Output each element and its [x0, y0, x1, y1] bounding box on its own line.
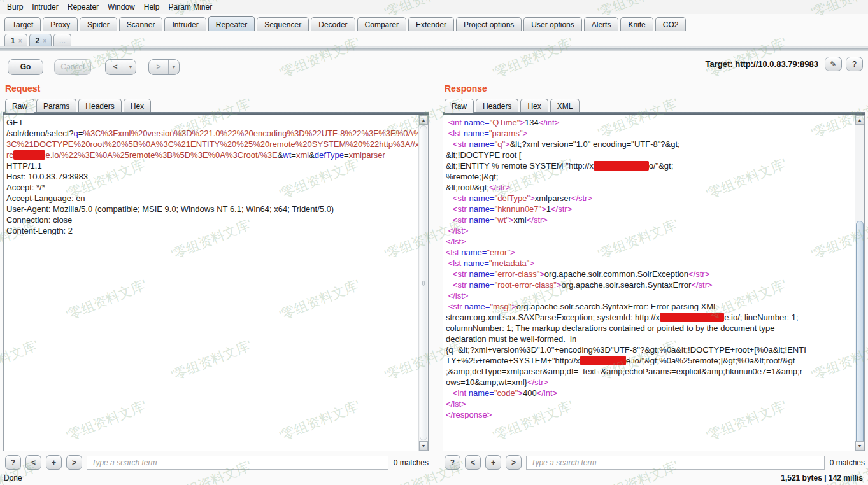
response-scrollbar[interactable]: ▲ ▼ — [855, 115, 864, 451]
response-tab-xml[interactable]: XML — [550, 99, 580, 113]
scroll-up-icon[interactable]: ▲ — [855, 115, 864, 125]
request-title: Request — [5, 83, 429, 94]
tab-alerts[interactable]: Alerts — [584, 17, 619, 31]
tab-extender[interactable]: Extender — [408, 17, 454, 31]
response-tab-hex[interactable]: Hex — [520, 99, 548, 113]
code-segment: <int — [448, 118, 462, 127]
code-segment: "q" — [495, 139, 505, 149]
search-next-button[interactable]: > — [506, 455, 522, 470]
search-prev-button[interactable]: < — [25, 455, 41, 470]
code-segment: rc — [6, 150, 13, 160]
tab-spider[interactable]: Spider — [80, 17, 117, 31]
menu-item-window[interactable]: Window — [103, 1, 139, 13]
menu-item-repeater[interactable]: Repeater — [63, 1, 103, 13]
request-tab-params[interactable]: Params — [36, 99, 76, 113]
horizontal-divider — [0, 46, 868, 51]
code-segment: ;&amp;defType=xmlparser&amp;df=_text_&am… — [446, 367, 802, 376]
code-segment: "metadata" — [489, 258, 529, 268]
code-segment: = — [344, 150, 349, 160]
tab-comparer[interactable]: Comparer — [357, 17, 406, 31]
request-tab-headers[interactable]: Headers — [78, 99, 121, 113]
search-add-button[interactable]: + — [46, 455, 62, 470]
code-segment: columnNumber: 1; The markup declarations… — [446, 323, 774, 333]
response-search-input[interactable] — [526, 456, 825, 470]
search-help-button[interactable]: ? — [5, 455, 21, 470]
target-zone: Target: http://10.0.83.79:8983 ✎ ? — [706, 57, 864, 71]
repeater-tab-1[interactable]: 1× — [4, 34, 27, 46]
request-editor[interactable]: GET/solr/demo/select?q=%3C%3Fxml%20versi… — [3, 115, 429, 451]
request-line: Connection: close — [6, 214, 415, 225]
response-tab-raw[interactable]: Raw — [445, 99, 474, 113]
prev-request-label[interactable]: < — [106, 60, 125, 74]
response-metrics: 1,521 bytes | 142 millis — [781, 474, 863, 482]
code-segment: xmlparser — [535, 193, 571, 203]
code-segment: %remote;]&gt; — [446, 172, 498, 181]
response-viewer[interactable]: <int name="QTime">134</int> <lst name="p… — [443, 115, 865, 451]
request-scrollbar-thumb[interactable] — [420, 125, 427, 440]
repeater-tab-item[interactable]: ... — [53, 34, 71, 46]
request-tab-hex[interactable]: Hex — [124, 99, 151, 113]
scroll-down-icon[interactable]: ▼ — [855, 441, 864, 451]
code-segment: > — [530, 193, 535, 203]
repeater-tab-label: ... — [59, 36, 66, 45]
response-tab-bar: RawHeadersHexXML — [443, 99, 865, 113]
help-button[interactable]: ? — [846, 57, 863, 71]
close-tab-icon[interactable]: × — [18, 38, 22, 45]
request-search-input[interactable] — [87, 456, 388, 470]
response-line: </lst> — [446, 290, 851, 301]
next-request-dropdown-icon[interactable]: ▼ — [168, 60, 179, 74]
tab-repeater[interactable]: Repeater — [208, 16, 255, 31]
request-tab-raw[interactable]: Raw — [5, 99, 34, 113]
code-segment: "root-error-class" — [495, 280, 557, 290]
scroll-down-icon[interactable]: ▼ — [419, 441, 428, 451]
menu-item-param-miner[interactable]: Param Miner — [164, 1, 217, 13]
repeater-tab-2[interactable]: 2× — [29, 34, 52, 46]
prev-request-button[interactable]: < ▼ — [105, 59, 136, 75]
tab-sequencer[interactable]: Sequencer — [257, 17, 309, 31]
tab-project-options[interactable]: Project options — [456, 17, 522, 31]
prev-request-dropdown-icon[interactable]: ▼ — [125, 60, 136, 74]
menu-item-intruder[interactable]: Intruder — [27, 1, 62, 13]
status-message: Done — [4, 474, 22, 482]
code-segment: name= — [467, 215, 495, 225]
close-tab-icon[interactable]: × — [43, 38, 46, 45]
code-segment — [446, 269, 453, 279]
cancel-button[interactable]: Cancel — [54, 59, 91, 75]
response-scrollbar-thumb[interactable] — [856, 221, 864, 446]
code-segment: Host: 10.0.83.79:8983 — [6, 172, 88, 181]
search-add-button[interactable]: + — [485, 455, 501, 470]
tab-proxy[interactable]: Proxy — [43, 17, 78, 31]
tab-knife[interactable]: Knife — [620, 17, 653, 31]
menu-item-burp[interactable]: Burp — [3, 1, 27, 13]
menu-item-help[interactable]: Help — [139, 1, 164, 13]
code-segment: <str — [453, 280, 467, 290]
tab-co2[interactable]: CO2 — [655, 17, 687, 31]
status-bar: Done 1,521 bytes | 142 millis — [0, 472, 868, 485]
edit-target-button[interactable]: ✎ — [825, 57, 842, 71]
request-scrollbar[interactable]: ▲ ▼ — [418, 115, 428, 451]
code-segment: {q=&lt;?xml+version%3D"1.0"+encoding%3D"… — [446, 345, 806, 355]
main-tab-bar: TargetProxySpiderScannerIntruderRepeater… — [0, 14, 868, 31]
tab-target[interactable]: Target — [4, 17, 41, 31]
search-next-button[interactable]: > — [66, 455, 82, 470]
code-segment: </str> — [571, 193, 592, 203]
tab-intruder[interactable]: Intruder — [164, 17, 206, 31]
tab-decoder[interactable]: Decoder — [311, 17, 355, 31]
scroll-up-icon[interactable]: ▲ — [419, 115, 428, 125]
code-segment: <str — [453, 269, 467, 279]
code-segment: &lt;root/&gt; — [446, 183, 489, 192]
code-segment: name= — [467, 139, 495, 149]
next-request-label[interactable]: > — [149, 60, 168, 74]
search-help-button[interactable]: ? — [445, 455, 460, 470]
next-request-button[interactable]: > ▼ — [148, 59, 180, 75]
response-tab-headers[interactable]: Headers — [476, 99, 518, 113]
tab-user-options[interactable]: User options — [523, 17, 581, 31]
go-button[interactable]: Go — [8, 59, 43, 75]
code-segment: </str> — [527, 215, 548, 225]
code-segment: 400 — [523, 388, 537, 398]
response-line: <lst name="error"> — [446, 247, 851, 258]
code-segment: name= — [466, 388, 494, 398]
tab-scanner[interactable]: Scanner — [119, 17, 163, 31]
response-line: %remote;]&gt; — [446, 171, 851, 182]
search-prev-button[interactable]: < — [465, 455, 481, 470]
